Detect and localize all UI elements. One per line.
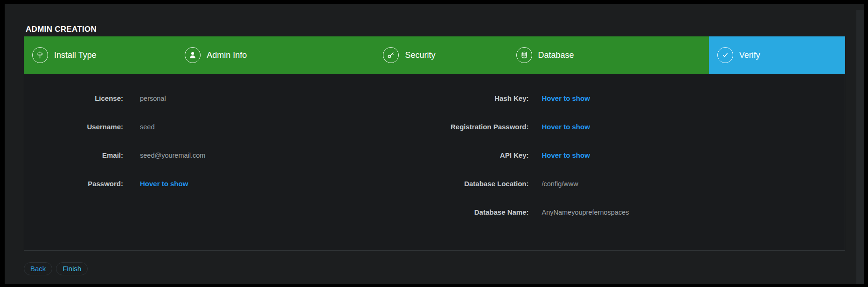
field-value: seed (140, 123, 154, 131)
step-security[interactable]: Security (375, 36, 507, 74)
step-install-type[interactable]: Install Type (24, 36, 176, 74)
step-admin-info[interactable]: Admin Info (176, 36, 375, 74)
field-label: API Key: (435, 151, 529, 159)
field-label: Database Name: (435, 208, 529, 216)
hover-to-show-link[interactable]: Hover to show (542, 94, 590, 102)
field-row: Hash Key:Hover to show (435, 84, 845, 112)
back-button[interactable]: Back (24, 262, 52, 275)
field-label: Database Location: (435, 180, 529, 188)
signpost-icon (32, 47, 48, 63)
step-database[interactable]: Database (508, 36, 709, 74)
field-row: API Key:Hover to show (435, 141, 845, 169)
step-label: Install Type (54, 50, 97, 60)
field-row: Database Location:/config/www (435, 169, 845, 198)
step-label: Verify (739, 50, 760, 60)
step-label: Security (405, 50, 435, 60)
scrollbar[interactable] (856, 10, 864, 284)
field-label: Hash Key: (435, 94, 529, 102)
hover-to-show-link[interactable]: Hover to show (140, 180, 188, 188)
field-row: Username:seed (24, 112, 435, 141)
field-value: personal (140, 95, 166, 102)
hover-to-show-link[interactable]: Hover to show (542, 123, 590, 131)
step-label: Database (538, 50, 574, 60)
step-verify[interactable]: Verify (709, 36, 845, 74)
key-icon (383, 47, 399, 63)
database-icon (516, 47, 532, 63)
field-row: License:personal (24, 84, 435, 112)
field-value: seed@youremail.com (140, 152, 205, 159)
field-row: Email:seed@youremail.com (24, 141, 435, 169)
page-title: ADMIN CREATION (26, 25, 864, 33)
wizard-stepper: Install TypeAdmin InfoSecurityDatabaseVe… (24, 36, 845, 74)
field-value: AnyNameyouprefernospaces (542, 209, 629, 216)
setup-page: ADMIN CREATION Install TypeAdmin InfoSec… (5, 4, 864, 284)
field-label: Email: (24, 151, 123, 159)
wizard-footer: Back Finish (24, 262, 845, 275)
verify-column-right: Hash Key:Hover to showRegistration Passw… (435, 84, 845, 250)
verify-panel: License:personalUsername:seedEmail:seed@… (24, 74, 845, 251)
person-icon (185, 47, 201, 63)
field-value: /config/www (542, 180, 578, 188)
field-label: Username: (24, 123, 123, 131)
field-label: Registration Password: (435, 123, 529, 131)
hover-to-show-link[interactable]: Hover to show (542, 151, 590, 159)
finish-button[interactable]: Finish (56, 262, 88, 275)
field-label: Password: (24, 180, 123, 188)
verify-column-left: License:personalUsername:seedEmail:seed@… (24, 84, 435, 250)
step-label: Admin Info (207, 50, 247, 60)
field-label: License: (24, 94, 123, 102)
field-row: Password:Hover to show (24, 169, 435, 198)
admin-creation-wizard: Install TypeAdmin InfoSecurityDatabaseVe… (24, 36, 845, 251)
check-icon (717, 47, 733, 63)
field-row: Database Name:AnyNameyouprefernospaces (435, 198, 845, 226)
field-row: Registration Password:Hover to show (435, 112, 845, 141)
